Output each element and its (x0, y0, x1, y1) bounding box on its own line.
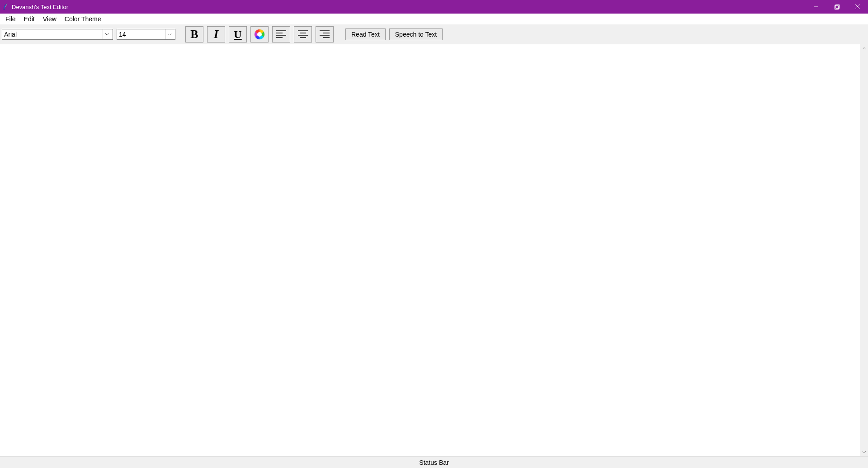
maximize-button[interactable] (826, 0, 847, 14)
menu-view[interactable]: View (39, 14, 60, 24)
align-center-button[interactable] (294, 26, 312, 43)
underline-button[interactable]: U (229, 26, 247, 43)
close-button[interactable] (847, 0, 868, 14)
font-size-value: 14 (119, 31, 165, 38)
window-title: Devansh's Text Editor (12, 4, 68, 10)
vertical-scrollbar[interactable] (860, 44, 868, 456)
italic-button[interactable]: I (207, 26, 225, 43)
align-left-icon (275, 29, 287, 39)
scroll-down-arrow-icon[interactable] (860, 448, 868, 456)
menu-edit[interactable]: Edit (20, 14, 38, 24)
chevron-down-icon (165, 29, 173, 39)
svg-rect-1 (835, 5, 838, 9)
font-family-value: Arial (4, 31, 103, 38)
editor-area (0, 44, 868, 456)
menu-bar: File Edit View Color Theme (0, 14, 868, 24)
color-wheel-icon (254, 28, 265, 40)
bold-icon: B (190, 28, 198, 41)
menu-color-theme[interactable]: Color Theme (61, 14, 105, 24)
svg-rect-2 (835, 5, 839, 8)
bold-button[interactable]: B (185, 26, 203, 43)
menu-file[interactable]: File (2, 14, 19, 24)
font-family-combobox[interactable]: Arial (2, 29, 113, 40)
status-text: Status Bar (419, 459, 448, 466)
app-icon (3, 3, 9, 11)
title-bar: Devansh's Text Editor (0, 0, 868, 14)
text-editor-input[interactable] (0, 44, 860, 456)
svg-point-6 (257, 32, 262, 37)
italic-icon: I (214, 28, 218, 41)
speech-to-text-button[interactable]: Speech to Text (389, 28, 443, 40)
read-text-button[interactable]: Read Text (345, 28, 386, 40)
chevron-down-icon (103, 29, 111, 39)
align-left-button[interactable] (272, 26, 290, 43)
align-center-icon (297, 29, 309, 39)
status-bar: Status Bar (0, 456, 868, 468)
font-color-button[interactable] (250, 26, 269, 43)
align-right-icon (319, 29, 330, 39)
minimize-button[interactable] (806, 0, 826, 14)
font-size-combobox[interactable]: 14 (117, 29, 175, 40)
underline-icon: U (234, 28, 241, 41)
toolbar: Arial 14 B I U (0, 24, 868, 44)
align-right-button[interactable] (316, 26, 334, 43)
scroll-up-arrow-icon[interactable] (860, 44, 868, 52)
